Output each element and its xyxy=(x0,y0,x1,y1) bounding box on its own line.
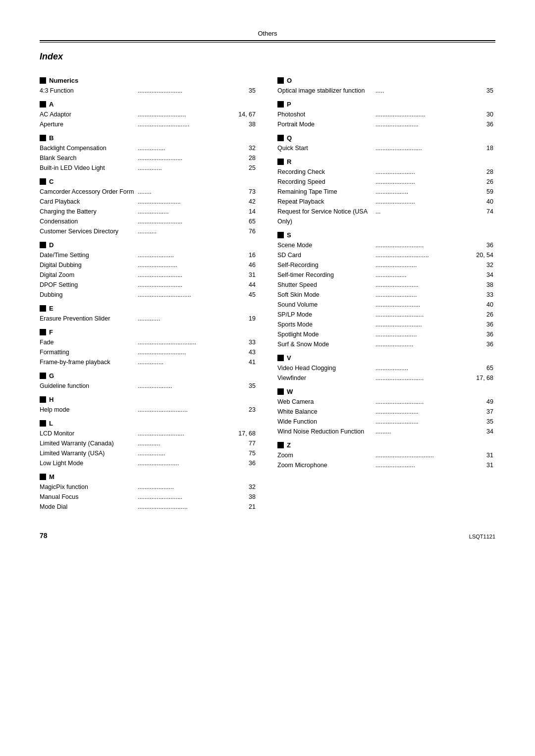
index-entry: Photoshot .............................3… xyxy=(277,109,495,119)
section-label-text: Z xyxy=(287,441,291,449)
index-entry: Card Playback .........................4… xyxy=(40,197,258,207)
entry-dots: ......................... xyxy=(374,407,474,417)
index-entry: Web Camera ............................4… xyxy=(277,397,495,407)
index-entry: Surf & Snow Mode ......................3… xyxy=(277,339,495,349)
entry-page: 73 xyxy=(236,187,256,197)
entry-name: AC Adaptor xyxy=(40,109,137,119)
entry-page: 14 xyxy=(236,207,256,216)
index-entry: Portrait Mode .........................3… xyxy=(277,119,495,129)
section-label-text: B xyxy=(49,134,54,142)
entry-dots: ........... xyxy=(137,226,236,236)
entry-dots: ......................... xyxy=(374,119,474,129)
index-entry: Limited Warranty (USA) ................7… xyxy=(40,448,258,458)
entry-page: 32 xyxy=(474,260,493,270)
index-entry: Viewfinder ............................1… xyxy=(277,373,495,383)
section-header-P: P xyxy=(277,101,495,108)
section-label-text: Q xyxy=(287,134,292,142)
entry-dots: ...................... xyxy=(374,339,474,349)
entry-dots: ................ xyxy=(137,448,236,458)
section-label-text: E xyxy=(49,305,54,312)
index-entry: Digital Zoom ..........................3… xyxy=(40,270,258,280)
section-block-icon xyxy=(277,388,284,395)
index-entry: Recording Speed .......................2… xyxy=(277,177,495,187)
index-entry: Video Head Clogging ...................6… xyxy=(277,363,495,373)
entry-page: 77 xyxy=(236,438,256,448)
entry-page: 49 xyxy=(474,397,493,407)
page-number: 78 xyxy=(40,532,48,540)
index-entry: Self-timer Recording ..................3… xyxy=(277,270,495,280)
section-label-text: D xyxy=(49,241,54,249)
index-entry: Shutter Speed .........................3… xyxy=(277,280,495,290)
entry-dots: ............................... xyxy=(374,250,474,260)
section-header-F: F xyxy=(40,328,258,336)
index-entry: Customer Services Directory ...........7… xyxy=(40,226,258,236)
entry-dots: ............. xyxy=(137,438,236,448)
entry-name: Sports Mode xyxy=(277,320,374,329)
index-entry: Condensation ..........................6… xyxy=(40,216,258,226)
entry-page: 44 xyxy=(236,280,256,290)
left-column: Numerics4:3 Function ...................… xyxy=(40,72,258,512)
entry-name: Quick Start xyxy=(277,143,374,153)
section-block-icon xyxy=(40,474,46,480)
entry-dots: ............................. xyxy=(374,109,474,119)
entry-page: 36 xyxy=(474,329,493,339)
index-entry: Dubbing ...............................4… xyxy=(40,290,258,300)
entry-name: MagicPix function xyxy=(40,482,137,492)
section-block-icon xyxy=(40,135,46,141)
section-label-text: H xyxy=(49,396,54,403)
entry-name: White Balance xyxy=(277,407,374,417)
entry-dots: ... xyxy=(374,207,474,226)
footer-area: 78 LSQT1121 xyxy=(40,532,495,540)
entry-page: 21 xyxy=(236,502,256,512)
entry-page: 40 xyxy=(474,197,493,207)
index-section-V: VVideo Head Clogging ...................… xyxy=(277,354,495,383)
section-block-icon xyxy=(40,396,46,403)
section-header-G: G xyxy=(40,372,258,379)
index-entry: Recording Check .......................2… xyxy=(277,167,495,177)
entry-dots: ............................. xyxy=(137,405,236,415)
index-section-G: GGuideline function ....................… xyxy=(40,372,258,391)
index-section-H: HHelp mode .............................… xyxy=(40,396,258,415)
section-block-icon xyxy=(277,442,284,448)
entry-name: Formatting xyxy=(40,347,137,357)
entry-name: Repeat Playback xyxy=(277,197,374,207)
section-header-D: D xyxy=(40,241,258,249)
entry-dots: ............. xyxy=(137,314,236,324)
entry-dots: .................................. xyxy=(374,450,474,460)
entry-name: Blank Search xyxy=(40,153,137,163)
section-label-text: M xyxy=(49,473,54,481)
entry-name: Aperture xyxy=(40,119,137,129)
section-header-numerics: Numerics xyxy=(40,77,258,84)
entry-dots: ........ xyxy=(137,187,236,197)
section-header-Z: Z xyxy=(277,441,495,449)
entry-dots: .................. xyxy=(374,270,474,280)
entry-name: Frame-by-frame playback xyxy=(40,357,137,367)
entry-page: 23 xyxy=(236,405,256,415)
entry-page: 28 xyxy=(236,153,256,163)
section-label-text: F xyxy=(49,328,53,336)
section-block-icon xyxy=(40,305,46,312)
section-block-icon xyxy=(40,101,46,108)
entry-dots: .............................. xyxy=(137,119,236,129)
entry-page: 28 xyxy=(474,167,493,177)
entry-page: 26 xyxy=(474,310,493,320)
index-entry: Soft Skin Mode ........................3… xyxy=(277,290,495,300)
entry-page: 36 xyxy=(474,240,493,250)
entry-name: Viewfinder xyxy=(277,373,374,383)
entry-page: 36 xyxy=(474,339,493,349)
entry-dots: ............................. xyxy=(137,502,236,512)
section-block-icon xyxy=(40,373,46,379)
entry-name: Low Light Mode xyxy=(40,458,137,468)
index-section-A: AAC Adaptor ............................… xyxy=(40,101,258,129)
index-entry: Formatting ............................4… xyxy=(40,347,258,357)
entry-page: 35 xyxy=(474,417,493,427)
entry-dots: ........................... xyxy=(374,320,474,329)
entry-name: Card Playback xyxy=(40,197,137,207)
index-entry: MagicPix function .....................3… xyxy=(40,482,258,492)
entry-name: Request for Service Notice (USA Only) xyxy=(277,207,374,226)
entry-dots: ........................ xyxy=(374,260,474,270)
section-block-icon xyxy=(40,420,46,427)
index-section-O: OOptical image stabilizer function .....… xyxy=(277,77,495,96)
entry-name: LCD Monitor xyxy=(40,429,137,438)
entry-dots: .......................... xyxy=(374,300,474,310)
